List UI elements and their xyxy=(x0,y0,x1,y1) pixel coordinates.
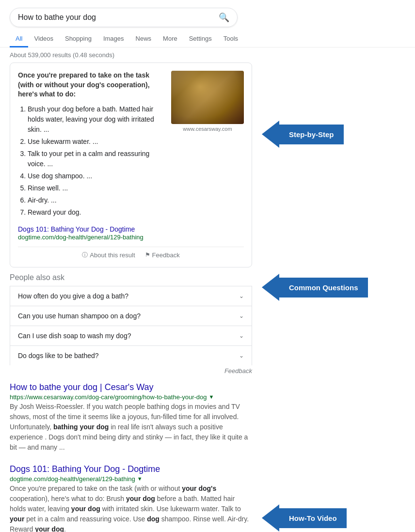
people-also-ask: People also ask How often do you give a … xyxy=(10,273,252,375)
snippet-content: Once you're prepared to take on the task… xyxy=(18,71,244,223)
tab-settings[interactable]: Settings xyxy=(183,31,218,47)
snippet-title: Once you're prepared to take on the task… xyxy=(18,71,165,99)
paa-question-text-3: Do dogs like to be bathed? xyxy=(18,352,99,360)
chevron-down-icon-2: ⌄ xyxy=(239,332,244,339)
search-button[interactable]: 🔍 xyxy=(219,12,229,23)
tab-all[interactable]: All xyxy=(10,31,28,47)
search-bar: 🔍 xyxy=(10,8,238,27)
howto-video-label: How-To Video xyxy=(279,508,347,528)
result-snippet-1: Once you're prepared to take on the task… xyxy=(10,484,252,532)
paa-question-0[interactable]: How often do you give a dog a bath? ⌄ xyxy=(10,286,252,306)
result-url-line-1: dogtime.com/dog-health/general/129-bathi… xyxy=(10,475,252,483)
tab-images[interactable]: Images xyxy=(97,31,130,47)
snippet-source-url: dogtime.com/dog-health/general/129-bathi… xyxy=(18,234,144,241)
chevron-down-icon-1: ⌄ xyxy=(239,313,244,319)
dropdown-arrow-0[interactable]: ▼ xyxy=(209,394,214,400)
result-url-line-0: https://www.cesarsway.com/dog-care/groom… xyxy=(10,393,252,401)
results-meta: About 539,000 results (0.48 seconds) xyxy=(0,47,415,63)
search-bar-container: 🔍 xyxy=(0,0,415,27)
dog-image xyxy=(171,71,244,124)
flag-icon: ⚑ xyxy=(145,251,150,258)
paa-question-text-1: Can you use human shampoo on a dog? xyxy=(18,312,141,320)
step-6: Air-dry. ... xyxy=(28,195,165,205)
arrow-shape-1 xyxy=(262,274,279,301)
snippet-steps-list: Brush your dog before a bath. Matted hai… xyxy=(18,104,165,218)
tab-news[interactable]: News xyxy=(130,31,158,47)
step-7: Reward your dog. xyxy=(28,207,165,218)
results-column: Once you're prepared to take on the task… xyxy=(10,63,252,532)
arrow-shape-2 xyxy=(262,504,279,532)
tab-videos[interactable]: Videos xyxy=(28,31,59,47)
about-result-action[interactable]: ⓘ About this result xyxy=(82,251,135,259)
step-2: Use lukewarm water. ... xyxy=(28,137,165,147)
featured-snippet: Once you're prepared to take on the task… xyxy=(10,63,252,267)
main-layout: Once you're prepared to take on the task… xyxy=(0,63,415,532)
arrow-shape-0 xyxy=(262,121,279,148)
question-icon: ⓘ xyxy=(82,251,88,259)
tab-more[interactable]: More xyxy=(157,31,183,47)
howto-video-annotation: How-To Video xyxy=(262,504,405,532)
step-by-step-label: Step-by-Step xyxy=(279,125,344,144)
step-3: Talk to your pet in a calm and reassurin… xyxy=(28,149,165,169)
result-url-1: dogtime.com/dog-health/general/129-bathi… xyxy=(10,475,135,483)
result-title-1[interactable]: Dogs 101: Bathing Your Dog - Dogtime xyxy=(10,464,160,474)
result-snippet-0: By Josh Weiss-Roessler. If you watch peo… xyxy=(10,402,252,453)
step-5: Rinse well. ... xyxy=(28,183,165,193)
paa-question-text-2: Can I use dish soap to wash my dog? xyxy=(18,332,131,340)
result-title-0[interactable]: How to bathe your dog | Cesar's Way xyxy=(10,382,154,392)
about-result-label: About this result xyxy=(90,251,135,259)
feedback-action[interactable]: ⚑ Feedback xyxy=(145,251,180,259)
snippet-text: Once you're prepared to take on the task… xyxy=(18,71,165,223)
nav-tabs: All Videos Shopping Images News More Set… xyxy=(0,27,415,47)
paa-question-text-0: How often do you give a dog a bath? xyxy=(18,292,128,300)
image-caption: www.cesarsway.com xyxy=(171,126,244,132)
annotations-column: Step-by-Step Common Questions How-To Vid… xyxy=(252,63,405,532)
paa-question-2[interactable]: Can I use dish soap to wash my dog? ⌄ xyxy=(10,326,252,345)
snippet-image: www.cesarsway.com xyxy=(171,71,244,223)
search-result-1: Dogs 101: Bathing Your Dog - Dogtime dog… xyxy=(10,464,252,532)
paa-question-3[interactable]: Do dogs like to be bathed? ⌄ xyxy=(10,345,252,365)
paa-question-1[interactable]: Can you use human shampoo on a dog? ⌄ xyxy=(10,306,252,326)
snippet-source-title[interactable]: Dogs 101: Bathing Your Dog - Dogtime xyxy=(18,225,244,233)
feedback-label: Feedback xyxy=(152,251,180,259)
tab-tools[interactable]: Tools xyxy=(218,31,244,47)
chevron-down-icon-0: ⌄ xyxy=(239,293,244,299)
paa-feedback[interactable]: Feedback xyxy=(10,367,252,375)
step-1: Brush your dog before a bath. Matted hai… xyxy=(28,104,165,135)
tab-shopping[interactable]: Shopping xyxy=(59,31,97,47)
step-by-step-annotation: Step-by-Step xyxy=(262,121,405,148)
paa-title: People also ask xyxy=(10,273,252,282)
common-questions-annotation: Common Questions xyxy=(262,274,405,301)
step-4: Use dog shampoo. ... xyxy=(28,171,165,181)
common-questions-label: Common Questions xyxy=(279,278,368,297)
snippet-actions: ⓘ About this result ⚑ Feedback xyxy=(18,247,244,259)
result-url-0: https://www.cesarsway.com/dog-care/groom… xyxy=(10,393,207,401)
chevron-down-icon-3: ⌄ xyxy=(239,352,244,359)
search-result-0: How to bathe your dog | Cesar's Way http… xyxy=(10,382,252,453)
search-input[interactable] xyxy=(18,13,219,22)
dropdown-arrow-1[interactable]: ▼ xyxy=(137,476,143,482)
